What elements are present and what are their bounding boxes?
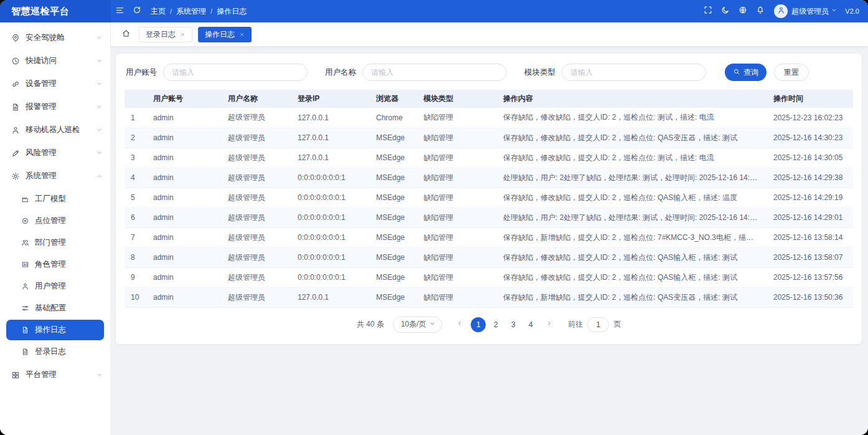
- user-menu[interactable]: 超级管理员: [791, 6, 837, 17]
- sidebar-subitem-user-management[interactable]: 用户管理: [6, 276, 104, 297]
- cell-module: 缺陷管理: [417, 227, 497, 247]
- language-button[interactable]: [734, 0, 752, 22]
- cell-index: 5: [125, 188, 147, 208]
- reset-button[interactable]: 重置: [774, 64, 809, 81]
- cell-module: 缺陷管理: [417, 287, 497, 307]
- table-row-10[interactable]: 10admin超级管理员127.0.0.1MSEdge缺陷管理保存缺陷，新增缺陷…: [125, 287, 853, 307]
- user-account-input[interactable]: [163, 64, 308, 81]
- cell-content: 保存缺陷，新增缺陷，提交人ID: 2，巡检点位: QAS变压器，描述: 测试: [497, 287, 767, 307]
- sidebar-item-label: 报警管理: [26, 102, 57, 112]
- close-icon[interactable]: [239, 32, 245, 37]
- cell-ip: 0:0:0:0:0:0:0:1: [291, 247, 370, 267]
- goto-page: 前往 页: [568, 317, 621, 332]
- page-button-4[interactable]: 4: [523, 317, 538, 332]
- sidebar-item-robot-inspection[interactable]: 移动机器人巡检: [0, 118, 110, 141]
- table-row-9[interactable]: 9admin超级管理员0:0:0:0:0:0:0:1MSEdge缺陷管理保存缺陷…: [125, 267, 853, 287]
- cell-ip: 127.0.0.1: [291, 128, 370, 148]
- column-header-content: 操作内容: [497, 90, 767, 108]
- cell-account: admin: [147, 128, 222, 148]
- sidebar-subitem-factory-model[interactable]: 工厂模型: [6, 189, 104, 209]
- table-row-2[interactable]: 2admin超级管理员127.0.0.1MSEdge缺陷管理保存缺陷，修改缺陷，…: [125, 128, 853, 148]
- main-area: 登录日志操作日志 用户账号用户名称模块类型 查询 重置 用户账号用户名称登录IP…: [111, 22, 868, 435]
- table-row-5[interactable]: 5admin超级管理员0:0:0:0:0:0:0:1MSEdge缺陷管理保存缺陷…: [125, 188, 853, 208]
- table-row-7[interactable]: 7admin超级管理员0:0:0:0:0:0:0:1MSEdge缺陷管理保存缺陷…: [125, 227, 853, 247]
- search-button[interactable]: 查询: [725, 64, 767, 81]
- sidebar-item-platform-management[interactable]: 平台管理: [0, 363, 110, 386]
- dark-mode-button[interactable]: [717, 0, 734, 22]
- table-row-6[interactable]: 6admin超级管理员0:0:0:0:0:0:0:1MSEdge缺陷管理处理缺陷…: [125, 208, 853, 227]
- breadcrumb-system[interactable]: 系统管理: [176, 6, 206, 17]
- sidebar-subitem-basic-config[interactable]: 基础配置: [6, 298, 104, 318]
- module-type-input[interactable]: [562, 64, 706, 81]
- home-tab-button[interactable]: [118, 27, 133, 42]
- cell-module: 缺陷管理: [417, 208, 497, 227]
- table-row-8[interactable]: 8admin超级管理员0:0:0:0:0:0:0:1MSEdge缺陷管理保存缺陷…: [125, 247, 853, 267]
- refresh-icon: [133, 6, 141, 17]
- cell-ip: 0:0:0:0:0:0:0:1: [291, 227, 370, 247]
- sidebar-collapse-button[interactable]: [111, 0, 128, 22]
- sidebar-item-quick-access[interactable]: 快捷访问: [0, 49, 110, 72]
- cell-ip: 127.0.0.1: [291, 108, 370, 128]
- cell-time: 2025-12-16 13:57:56: [767, 267, 853, 287]
- table-row-3[interactable]: 3admin超级管理员127.0.0.1MSEdge缺陷管理保存缺陷，修改缺陷，…: [125, 148, 853, 168]
- prev-page-button[interactable]: [452, 317, 467, 332]
- goto-page-input[interactable]: [587, 317, 609, 332]
- page-button-2[interactable]: 2: [488, 317, 503, 332]
- cell-account: admin: [147, 208, 222, 227]
- sidebar-item-alarm-management[interactable]: 报警管理: [0, 95, 110, 118]
- chevron-down-icon: [96, 80, 103, 87]
- sidebar-subitem-login-log[interactable]: 登录日志: [6, 342, 104, 362]
- platform-icon: [11, 371, 20, 380]
- cell-module: 缺陷管理: [417, 148, 497, 168]
- sidebar-item-device-management[interactable]: 设备管理: [0, 72, 110, 95]
- point-icon: [21, 217, 29, 225]
- sidebar-item-system-management[interactable]: 系统管理: [0, 165, 110, 188]
- sidebar-subitem-role-management[interactable]: 角色管理: [6, 254, 104, 275]
- cell-account: admin: [147, 188, 222, 208]
- sidebar-item-label: 平台管理: [26, 370, 57, 380]
- cell-time: 2025-12-16 13:50:36: [767, 287, 853, 307]
- user-name-input[interactable]: [362, 64, 507, 81]
- tab-label: 操作日志: [205, 29, 235, 40]
- page-numbers: 1234: [471, 317, 538, 332]
- close-icon[interactable]: [180, 32, 186, 37]
- table-row-4[interactable]: 4admin超级管理员0:0:0:0:0:0:0:1MSEdge缺陷管理处理缺陷…: [125, 168, 853, 188]
- tab-operation-log[interactable]: 操作日志: [198, 27, 252, 42]
- cell-name: 超级管理员: [222, 148, 291, 168]
- page-button-3[interactable]: 3: [506, 317, 521, 332]
- fullscreen-button[interactable]: [699, 0, 717, 22]
- page-button-1[interactable]: 1: [471, 317, 486, 332]
- breadcrumb-home[interactable]: 主页: [151, 6, 166, 17]
- column-header-index: [125, 90, 147, 108]
- table-row-1[interactable]: 1admin超级管理员127.0.0.1Chrome缺陷管理保存缺陷，修改缺陷，…: [125, 108, 853, 128]
- chevron-down-icon: [831, 7, 837, 16]
- page-size-value: 10条/页: [401, 319, 427, 330]
- refresh-button[interactable]: [128, 0, 146, 22]
- open-tabs: 登录日志操作日志: [139, 27, 252, 42]
- column-header-account: 用户账号: [147, 90, 222, 108]
- cell-ip: 127.0.0.1: [291, 148, 370, 168]
- user-avatar-icon: [777, 6, 785, 17]
- notification-button[interactable]: [752, 0, 769, 22]
- cell-time: 2025-12-16 14:29:01: [767, 208, 853, 227]
- page-size-select[interactable]: 10条/页: [393, 317, 443, 333]
- table-header-row: 用户账号用户名称登录IP浏览器模块类型操作内容操作时间: [125, 90, 853, 108]
- sidebar-item-safety-cockpit[interactable]: 安全驾驶舱: [0, 26, 110, 49]
- tab-login-log[interactable]: 登录日志: [139, 27, 192, 42]
- department-icon: [21, 239, 29, 247]
- sidebar-item-risk-management[interactable]: 风险管理: [0, 141, 110, 165]
- sidebar-subitem-operation-log[interactable]: 操作日志: [6, 320, 104, 340]
- next-page-button[interactable]: [542, 317, 557, 332]
- factory-icon: [21, 195, 29, 203]
- user-name: 超级管理员: [791, 6, 829, 17]
- sidebar-subitem-department-management[interactable]: 部门管理: [6, 232, 104, 253]
- sidebar-item-label: 移动机器人巡检: [26, 125, 80, 135]
- cell-account: admin: [147, 148, 222, 168]
- avatar[interactable]: [774, 4, 788, 18]
- cell-content: 保存缺陷，新增缺陷，提交人ID: 2，巡检点位: 7#KMCC-3_NO.3电柜…: [497, 227, 767, 247]
- fullscreen-icon: [704, 6, 712, 17]
- cell-module: 缺陷管理: [417, 128, 497, 148]
- sidebar-subitem-point-management[interactable]: 点位管理: [6, 211, 104, 231]
- cell-time: 2025-12-16 13:58:07: [767, 247, 853, 267]
- sidebar-item-label: 设备管理: [26, 79, 57, 89]
